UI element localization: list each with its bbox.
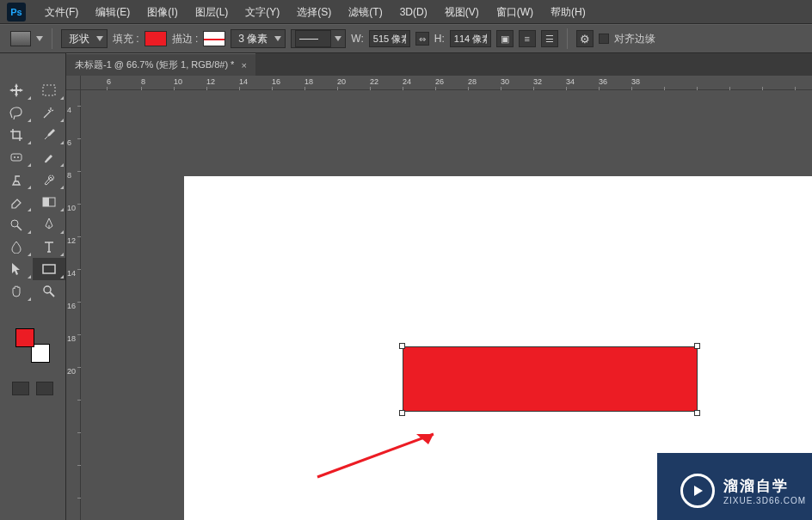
menu-type[interactable]: 文字(Y) — [237, 0, 288, 24]
shape-mode-dropdown[interactable]: 形状 — [61, 29, 108, 48]
stroke-width-dropdown[interactable]: 3 像素 — [231, 29, 286, 48]
move-tool[interactable] — [0, 79, 33, 101]
stroke-label: 描边 : — [172, 32, 199, 46]
ruler-tick: 4 — [67, 106, 71, 114]
dodge-tool[interactable] — [0, 213, 33, 236]
shape-rectangle-1[interactable] — [403, 346, 698, 412]
stroke-width-value: 3 像素 — [235, 32, 271, 46]
options-bar: 形状 填充 : 描边 : 3 像素 W: ⇔ H: ▣ ≡ ☰ ⚙ 对齐边缘 — [0, 24, 812, 53]
brush-tool[interactable] — [33, 146, 65, 168]
ruler-horizontal[interactable]: 6 8 10 12 14 16 18 20 22 24 26 28 30 32 … — [81, 76, 812, 90]
ruler-tick: 18 — [67, 334, 76, 343]
ruler-tick: 6 — [107, 77, 111, 86]
align-icon[interactable]: ≡ — [519, 30, 536, 47]
fill-color-swatch[interactable] — [145, 31, 167, 46]
align-edges-checkbox[interactable] — [599, 34, 609, 44]
type-tool[interactable] — [33, 236, 65, 258]
gradient-tool[interactable] — [33, 191, 65, 213]
arrange-icon[interactable]: ☰ — [541, 30, 558, 47]
rectangle-tool[interactable] — [33, 258, 65, 280]
pen-tool[interactable] — [33, 213, 65, 236]
ruler-tick: 12 — [206, 77, 215, 86]
menu-view[interactable]: 视图(V) — [436, 0, 488, 24]
menu-edit[interactable]: 编辑(E) — [87, 0, 138, 24]
ruler-tick: 12 — [67, 236, 76, 245]
ruler-tick: 28 — [468, 77, 477, 86]
document-tab-title: 未标题-1 @ 66.7% (矩形 1, RGB/8#) * — [75, 58, 234, 71]
ruler-tick: 24 — [403, 77, 411, 86]
transform-handle-ne[interactable] — [694, 343, 700, 349]
menu-help[interactable]: 帮助(H) — [542, 0, 594, 24]
transform-handle-sw[interactable] — [399, 410, 405, 416]
close-icon[interactable]: × — [241, 60, 246, 70]
divider — [52, 28, 52, 49]
svg-point-6 — [11, 220, 18, 227]
quickmask-icon[interactable] — [12, 382, 29, 395]
crop-tool[interactable] — [0, 124, 33, 146]
document-tabbar: 未标题-1 @ 66.7% (矩形 1, RGB/8#) * × — [66, 53, 812, 76]
divider — [567, 28, 568, 49]
height-label: H: — [434, 33, 445, 45]
stroke-color-swatch[interactable] — [203, 31, 225, 46]
magic-wand-tool[interactable] — [33, 101, 65, 124]
path-select-tool[interactable] — [0, 258, 33, 280]
ruler-origin[interactable] — [66, 76, 81, 90]
marquee-tool[interactable] — [33, 79, 65, 101]
menu-select[interactable]: 选择(S) — [288, 0, 340, 24]
svg-rect-0 — [43, 85, 55, 95]
menubar: Ps 文件(F) 编辑(E) 图像(I) 图层(L) 文字(Y) 选择(S) 滤… — [0, 0, 812, 24]
eyedropper-tool[interactable] — [33, 124, 65, 146]
menu-image[interactable]: 图像(I) — [138, 0, 186, 24]
ruler-vertical[interactable]: 4 6 8 10 12 14 16 18 20 — [66, 90, 81, 520]
ruler-tick: 16 — [272, 77, 280, 86]
stroke-style-dropdown[interactable] — [291, 29, 346, 48]
ruler-tick: 32 — [533, 77, 542, 86]
chevron-down-icon[interactable] — [36, 36, 43, 41]
ruler-tick: 10 — [67, 204, 76, 212]
svg-point-2 — [14, 156, 15, 158]
ruler-tick: 36 — [599, 77, 607, 86]
eraser-tool[interactable] — [0, 191, 33, 213]
ruler-tick: 20 — [67, 367, 76, 376]
svg-rect-1 — [11, 154, 22, 161]
menu-layer[interactable]: 图层(L) — [187, 0, 237, 24]
gear-icon[interactable]: ⚙ — [576, 30, 594, 47]
document-tab[interactable]: 未标题-1 @ 66.7% (矩形 1, RGB/8#) * × — [66, 53, 255, 76]
foreground-color-swatch[interactable] — [15, 328, 34, 347]
history-brush-tool[interactable] — [33, 168, 65, 191]
path-ops-icon[interactable]: ▣ — [496, 30, 514, 47]
ruler-tick: 38 — [631, 77, 640, 86]
ruler-tick: 22 — [370, 77, 378, 86]
canvas-viewport[interactable]: 溜溜自学 ZIXUE.3D66.COM — [81, 90, 812, 520]
ruler-tick: 34 — [566, 77, 575, 86]
menu-3d[interactable]: 3D(D) — [391, 0, 436, 24]
tool-preset-icon[interactable] — [10, 31, 31, 46]
chevron-down-icon — [274, 36, 281, 41]
svg-rect-7 — [43, 265, 55, 273]
zoom-tool[interactable] — [33, 280, 65, 303]
color-picker[interactable] — [14, 327, 52, 364]
height-input[interactable] — [450, 30, 491, 47]
chevron-down-icon — [335, 36, 341, 41]
watermark-url: ZIXUE.3D66.COM — [723, 496, 806, 505]
transform-handle-se[interactable] — [694, 410, 700, 416]
ruler-tick: 8 — [141, 77, 145, 86]
spot-heal-tool[interactable] — [0, 146, 33, 168]
ruler-tick: 6 — [67, 138, 71, 147]
lasso-tool[interactable] — [0, 101, 33, 124]
blur-tool[interactable] — [0, 236, 33, 258]
workspace: 6 8 10 12 14 16 18 20 22 24 26 28 30 32 … — [66, 76, 812, 520]
transform-handle-nw[interactable] — [399, 343, 405, 349]
menu-filter[interactable]: 滤镜(T) — [340, 0, 391, 24]
ruler-tick: 30 — [501, 77, 509, 86]
clone-stamp-tool[interactable] — [0, 168, 33, 191]
ruler-tick: 14 — [67, 269, 76, 278]
hand-tool[interactable] — [0, 280, 33, 303]
chevron-down-icon — [96, 36, 103, 41]
menu-file[interactable]: 文件(F) — [36, 0, 87, 24]
menu-window[interactable]: 窗口(W) — [488, 0, 542, 24]
width-input[interactable] — [369, 30, 410, 47]
ruler-tick: 10 — [174, 77, 182, 86]
screen-mode-icon[interactable] — [36, 382, 53, 395]
link-icon[interactable]: ⇔ — [415, 32, 429, 46]
